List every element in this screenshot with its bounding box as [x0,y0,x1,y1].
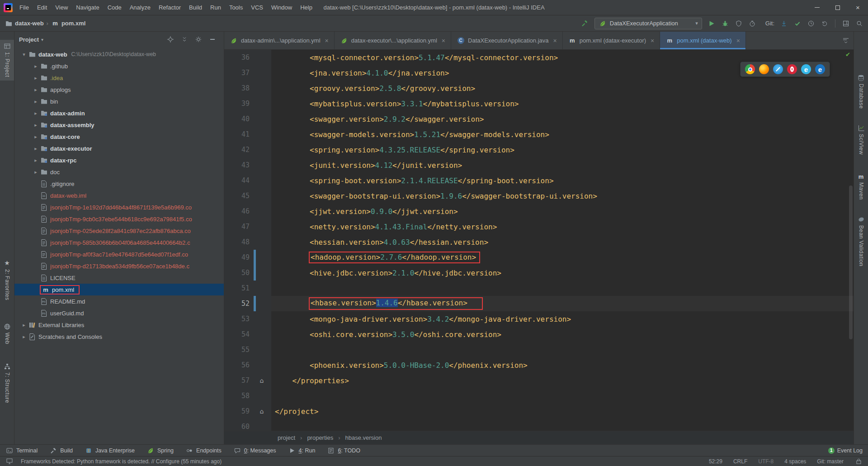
tree-item-datax-rpc[interactable]: ▸datax-rpc [14,154,224,166]
tool-button-web[interactable]: Web [0,320,14,347]
code-line-50[interactable]: 50<hive.jdbc.version>2.1.0</hive.jdbc.ve… [224,265,854,281]
toolwindows-icon[interactable] [842,20,850,27]
close-button[interactable]: × [848,0,868,15]
tab-list-icon[interactable] [842,37,850,44]
tab-close-icon[interactable]: × [736,37,740,44]
tree-item-datax-executor[interactable]: ▸datax-executor [14,143,224,154]
editor-tab-dataxexecutorapplication-java[interactable]: CDataXExecutorApplication.java× [451,32,563,49]
code-line-44[interactable]: 44<spring-boot.version>2.1.4.RELEASE</sp… [224,173,854,188]
toolwindow-button-terminal[interactable]: Terminal [5,447,38,454]
toolwindow-button-endpoints[interactable]: Endpoints [185,447,222,454]
tree-item-jsonjobtmp-1e192d7dd46b4a4f8671f139e5a6b969-co[interactable]: jsonjobTmp-1e192d7dd46b4a4f8671f139e5a6b… [14,201,224,213]
profiler-icon[interactable] [748,20,756,27]
menu-code[interactable]: Code [104,0,126,15]
code-line-51[interactable]: 51 [224,281,854,296]
tree-item-idea[interactable]: ▸.idea [14,72,224,84]
debug-bug-icon[interactable] [721,20,729,27]
code-line-38[interactable]: 38<groovy.version>2.5.8</groovy.version> [224,81,854,96]
tree-item-gitignore[interactable]: .gitignore [14,178,224,190]
tool-button-database[interactable]: Database [854,71,868,112]
menu-window[interactable]: Window [267,0,296,15]
status-utf-8[interactable]: UTF-8 [758,458,774,465]
tree-item-datax-assembly[interactable]: ▸datax-assembly [14,119,224,131]
tree-item-jsonjobtmp-d21713bdea534d9fb56ce07ace1b48de-c[interactable]: jsonjobTmp-d21713bdea534d9fb56ce07ace1b4… [14,260,224,272]
tree-item-doc[interactable]: ▸doc [14,166,224,178]
breadcrumb-pom-xml[interactable]: mpom.xml [51,20,85,27]
menu-refactor[interactable]: Refactor [155,0,185,15]
status-52-29[interactable]: 52:29 [709,458,722,465]
tab-close-icon[interactable]: × [325,37,329,44]
editor-tab-datax-admin-application-yml[interactable]: datax-admin\...\application.yml× [224,32,335,49]
menu-vcs[interactable]: VCS [247,0,267,15]
toolwindow-button-build[interactable]: Build [49,447,73,454]
toolwindow-button-spring[interactable]: Spring [146,447,174,454]
menu-analyze[interactable]: Analyze [126,0,155,15]
coverage-icon[interactable] [735,20,743,27]
tool-button-bean-validation[interactable]: Bean Validation [854,213,868,270]
code-line-39[interactable]: 39<mybatisplus.version>3.3.1</mybatisplu… [224,96,854,111]
editor-scrollbar[interactable] [849,185,853,339]
run-play-icon[interactable] [708,20,716,27]
tree-expand-icon[interactable]: ▸ [32,99,40,105]
tree-expand-icon[interactable]: ▸ [20,322,28,328]
tree-item-pom-xml[interactable]: mpom.xml [14,284,224,295]
hide-icon[interactable] [208,36,217,43]
editor-tab-pom-xml-datax-executor[interactable]: mpom.xml (datax-executor)× [563,32,660,49]
browser-firefox-icon[interactable] [759,64,769,74]
toolwindow-button-event-log[interactable]: 1Event Log [828,447,863,454]
git-update-icon[interactable] [780,20,788,27]
tree-item-applogs[interactable]: ▸applogs [14,84,224,95]
breadcrumb-project[interactable]: project [278,434,295,441]
tool-button-maven[interactable]: mMaven [854,171,868,203]
toolwindow-button-6-todo[interactable]: 6: TODO [327,447,360,454]
locate-icon[interactable] [166,36,175,43]
build-hammer-icon[interactable] [581,20,589,27]
search-everywhere-icon[interactable] [855,20,863,27]
tree-item-jsonjobtmp-585b3066b6b04f06a4685e44400664b2-c[interactable]: jsonjobTmp-585b3066b6b04f06a4685e4440066… [14,237,224,248]
tab-close-icon[interactable]: × [553,37,557,44]
code-line-42[interactable]: 42<spring.version>4.3.25.RELEASE</spring… [224,142,854,157]
tree-item-datax-web-iml[interactable]: datax-web.iml [14,190,224,201]
tree-expand-icon[interactable]: ▸ [32,157,40,163]
tree-item-scratches-and-consoles[interactable]: ▸Scratches and Consoles [14,331,224,342]
menu-file[interactable]: File [15,0,33,15]
tab-close-icon[interactable]: × [442,37,445,44]
tree-expand-icon[interactable]: ▾ [20,52,28,57]
browser-ie-icon[interactable] [815,64,825,74]
code-line-60[interactable]: 60 [224,419,854,431]
maximize-button[interactable] [827,0,848,15]
menu-run[interactable]: Run [206,0,225,15]
code-line-56[interactable]: 56<phoenix.version>5.0.0-HBase-2.0</phoe… [224,357,854,373]
git-revert-icon[interactable] [821,20,829,27]
breadcrumb-properties[interactable]: properties [307,434,333,441]
tree-item-jsonjobtmp-af0f3ac71e9e476487d5e64ed07f1edf-co[interactable]: jsonjobTmp-af0f3ac71e9e476487d5e64ed07f1… [14,248,224,260]
minimize-button[interactable] [807,0,827,15]
run-config-select[interactable]: DataXExecutorApplication▾ [594,18,702,29]
tree-expand-icon[interactable]: ▸ [32,110,40,116]
tab-close-icon[interactable]: × [651,37,654,44]
tree-item-github[interactable]: ▸.github [14,60,224,72]
toolwindow-button-0-messages[interactable]: 0: Messages [233,447,276,454]
tool-button-7-structure[interactable]: 7: Structure [0,360,14,406]
code-line-49[interactable]: 49<hadoop.version>2.7.6</hadoop.version> [224,250,854,265]
menu-view[interactable]: View [51,0,72,15]
editor-tab-pom-xml-datax-web[interactable]: mpom.xml (datax-web)× [660,32,746,49]
breadcrumb-datax-web[interactable]: datax-web [5,20,44,27]
editor-tab-datax-executor-application-yml[interactable]: datax-executor\...\application.yml× [335,32,451,49]
tree-item-jsonjobtmp-9cb0c37ebe544b618cc9e692a79841f5-co[interactable]: jsonjobTmp-9cb0c37ebe544b618cc9e692a7984… [14,213,224,225]
project-view-selector[interactable]: Project ▾ [19,36,43,43]
browser-chrome-icon[interactable] [745,64,755,74]
tree-item-datax-core[interactable]: ▸datax-core [14,131,224,143]
tree-expand-icon[interactable]: ▸ [32,169,40,175]
code-line-52[interactable]: 52<hbase.version>1.4.6</hbase.version> [224,296,854,311]
browser-safari-icon[interactable] [773,64,783,74]
code-line-40[interactable]: 40<swagger.version>2.9.2</swagger.versio… [224,111,854,127]
tree-item-jsonjobtmp-025ede28f2a841c987ec22afb876abca-co[interactable]: jsonjobTmp-025ede28f2a841c987ec22afb876a… [14,225,224,237]
tool-button-1-project[interactable]: 1: Project [0,40,14,81]
toolwindow-switcher-icon[interactable] [5,458,14,464]
tree-expand-icon[interactable]: ▸ [32,134,40,140]
code-line-45[interactable]: 45<swagger-bootstrap-ui.version>1.9.6</s… [224,188,854,204]
code-editor[interactable]: 36<mysql-connector.version>5.1.47</mysql… [224,50,854,431]
lock-icon[interactable] [854,458,863,464]
browser-edge-icon[interactable] [801,64,811,74]
